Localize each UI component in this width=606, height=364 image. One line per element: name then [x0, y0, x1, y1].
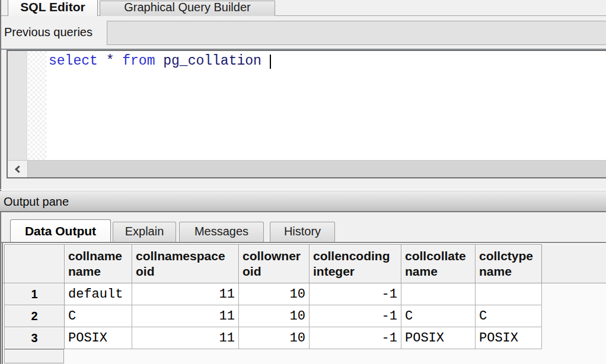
cell-collnamespace[interactable]: 11 — [132, 283, 239, 305]
cell-collname[interactable]: default — [65, 283, 132, 305]
previous-queries-toolbar: Previous queries — [1, 17, 606, 50]
tab-explain[interactable]: Explain — [113, 222, 176, 242]
column-name: collcollate — [405, 248, 471, 264]
tab-history[interactable]: History — [270, 222, 335, 242]
editor-line-number-margin — [8, 51, 27, 160]
sql-query-text[interactable]: select * from pg_collation — [47, 53, 606, 69]
cell-collctype[interactable] — [476, 283, 542, 305]
cell-collencoding[interactable]: -1 — [310, 305, 401, 327]
text-caret — [270, 55, 271, 69]
tab-history-label: History — [284, 225, 321, 238]
cell-collctype[interactable]: C — [476, 305, 542, 327]
column-name: collowner — [243, 248, 305, 264]
output-pane-header: Output pane — [0, 191, 606, 212]
row-number[interactable]: 2 — [5, 305, 65, 327]
column-header-collowner[interactable]: collowner oid — [239, 245, 310, 283]
column-type: name — [405, 264, 471, 279]
tab-sql-editor[interactable]: SQL Editor — [8, 0, 98, 16]
cell-collname[interactable]: C — [65, 305, 132, 327]
output-pane-title: Output pane — [4, 195, 69, 209]
column-header-collnamespace[interactable]: collnamespace oid — [132, 245, 239, 283]
column-header-collname[interactable]: collname name — [65, 245, 132, 283]
tab-data-output-label: Data Output — [25, 224, 96, 238]
cell-collnamespace[interactable]: 11 — [132, 305, 239, 327]
cell-collcollate[interactable]: C — [401, 305, 476, 327]
column-name: collnamespace — [136, 248, 235, 264]
row-number-header[interactable] — [5, 245, 65, 283]
row-number[interactable]: 1 — [5, 283, 65, 305]
table-row: 1 default 11 10 -1 — [5, 283, 542, 305]
column-header-collctype[interactable]: collctype name — [476, 245, 542, 283]
sql-token-keyword: from — [122, 53, 163, 69]
pane-splitter[interactable] — [0, 189, 606, 190]
cell-collname[interactable]: POSIX — [65, 327, 132, 349]
previous-queries-label: Previous queries — [4, 25, 93, 39]
tab-graphical-query-builder[interactable]: Graphical Query Builder — [100, 1, 275, 16]
scroll-left-button[interactable] — [8, 161, 28, 177]
table-header-row: collname name collnamespace oid collowne… — [5, 245, 542, 283]
tab-messages-label: Messages — [194, 225, 248, 238]
chevron-left-icon — [15, 165, 23, 173]
sql-editor-area[interactable]: select * from pg_collation — [7, 50, 606, 178]
cell-collcollate[interactable] — [401, 283, 476, 305]
cell-collnamespace[interactable]: 11 — [132, 327, 239, 349]
window-frame-edge — [0, 0, 1, 364]
previous-queries-combobox[interactable] — [107, 21, 606, 45]
column-type: name — [68, 264, 128, 279]
tab-explain-label: Explain — [125, 225, 164, 238]
table-row: 3 POSIX 11 10 -1 POSIX POSIX — [5, 327, 542, 349]
editor-fold-margin — [28, 51, 47, 160]
editor-horizontal-scrollbar[interactable] — [8, 160, 606, 177]
column-header-collencoding[interactable]: collencoding integer — [310, 245, 401, 283]
sql-token-identifier: pg_collation — [163, 53, 269, 69]
sql-token-keyword: select — [49, 53, 106, 69]
sql-token-operator: * — [106, 53, 123, 69]
row-number[interactable]: 3 — [5, 327, 65, 349]
cell-collcollate[interactable]: POSIX — [401, 327, 476, 349]
column-name: collctype — [479, 248, 538, 264]
column-name: collencoding — [313, 248, 397, 264]
tab-sql-editor-label: SQL Editor — [20, 0, 85, 14]
data-output-grid: collname name collnamespace oid collowne… — [2, 243, 606, 364]
cell-collowner[interactable]: 10 — [239, 283, 310, 305]
cell-collowner[interactable]: 10 — [239, 327, 310, 349]
column-type: oid — [136, 264, 235, 279]
tab-messages[interactable]: Messages — [179, 222, 264, 242]
editor-tabstrip: SQL Editor Graphical Query Builder — [1, 0, 606, 16]
tab-graphical-query-builder-label: Graphical Query Builder — [124, 1, 250, 14]
cell-collencoding[interactable]: -1 — [310, 327, 401, 349]
column-header-collcollate[interactable]: collcollate name — [401, 245, 476, 283]
table-row: 2 C 11 10 -1 C C — [5, 305, 542, 327]
cell-collctype[interactable]: POSIX — [476, 327, 542, 349]
column-type: oid — [243, 264, 305, 279]
column-name: collname — [68, 248, 128, 264]
tab-data-output[interactable]: Data Output — [10, 219, 111, 242]
column-type: name — [479, 264, 538, 279]
cell-collowner[interactable]: 10 — [239, 305, 310, 327]
result-table: collname name collnamespace oid collowne… — [4, 244, 542, 349]
column-type: integer — [313, 264, 397, 279]
cell-collencoding[interactable]: -1 — [310, 283, 401, 305]
empty-row-header-stub — [4, 349, 64, 363]
